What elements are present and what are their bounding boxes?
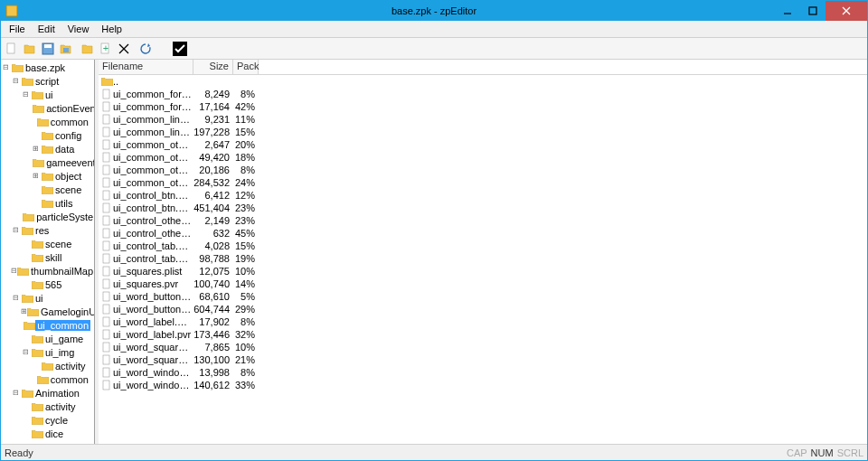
file-row[interactable]: ui_common_other444...284,53224% xyxy=(99,176,867,189)
tree-item[interactable]: ⊟ui xyxy=(1,291,94,305)
tree-item[interactable]: ·config xyxy=(1,128,94,142)
menu-view[interactable]: View xyxy=(61,22,96,36)
menu-file[interactable]: File xyxy=(3,22,32,36)
filename: ui_word_square.plist xyxy=(113,342,193,353)
collapse-icon[interactable]: ⊟ xyxy=(11,295,21,302)
filesize: 8,249 xyxy=(193,89,233,99)
tree-item[interactable]: ·scene xyxy=(1,183,94,196)
file-row[interactable]: ui_word_window.pvr140,61233% xyxy=(99,379,867,391)
collapse-icon[interactable]: ⊟ xyxy=(11,227,21,234)
titlebar[interactable]: base.zpk - zpEditor xyxy=(1,1,867,21)
up-dir-row[interactable]: .. xyxy=(99,75,867,88)
refresh-icon[interactable] xyxy=(137,40,155,58)
collapse-icon[interactable]: ⊟ xyxy=(11,390,21,397)
file-row[interactable]: ui_common_forgingvi...17,16442% xyxy=(99,100,867,113)
file-row[interactable]: ui_common_other444...20,1868% xyxy=(99,164,867,176)
menu-edit[interactable]: Edit xyxy=(32,22,61,36)
pack-pct: 8% xyxy=(233,165,259,175)
menu-help[interactable]: Help xyxy=(95,22,128,36)
file-icon xyxy=(99,380,113,390)
save-folder-icon[interactable] xyxy=(57,40,75,58)
file-row[interactable]: ui_squares.plist12,07510% xyxy=(99,265,867,278)
tree-item-label: object xyxy=(53,171,83,182)
collapse-icon[interactable]: ⊟ xyxy=(21,349,31,356)
collapse-icon[interactable]: ⊟ xyxy=(21,91,31,99)
file-row[interactable]: ui_common_forgingvi...8,2498% xyxy=(99,88,867,100)
tree-item[interactable]: ⊟thumbnailMap xyxy=(1,264,94,278)
collapse-icon[interactable]: ⊟ xyxy=(11,78,21,85)
tree-item[interactable]: ·skill xyxy=(1,250,94,264)
col-pack[interactable]: Pack xyxy=(233,60,259,74)
tree-item-label: res xyxy=(33,225,51,236)
close-button[interactable] xyxy=(826,1,867,21)
svg-rect-16 xyxy=(103,127,109,136)
tree-item[interactable]: ⊟script xyxy=(1,74,94,88)
folder-icon xyxy=(31,253,43,262)
filesize: 12,075 xyxy=(193,266,233,277)
tree-item[interactable]: ·actionEvent xyxy=(1,101,94,115)
file-row[interactable]: ui_control_btn.pvr451,40423% xyxy=(99,202,867,214)
tree-item[interactable]: ·dice xyxy=(1,427,94,440)
file-row[interactable]: ui_common_other.plist2,64720% xyxy=(99,138,867,151)
delete-icon[interactable] xyxy=(115,40,133,58)
tree-item[interactable]: ⊟ui_img xyxy=(1,345,94,359)
tree-item[interactable]: ⊟ui xyxy=(1,88,94,101)
collapse-icon[interactable]: ⊟ xyxy=(1,64,11,71)
tree-item[interactable]: ·ui_common xyxy=(1,318,94,332)
file-row[interactable]: ui_word_button.plist68,6105% xyxy=(99,290,867,303)
expand-icon[interactable]: ⊞ xyxy=(21,308,27,315)
folder-tree[interactable]: ⊟base.zpk⊟script⊟ui·actionEvent·common·c… xyxy=(1,60,95,444)
check-icon[interactable] xyxy=(173,42,187,56)
file-row[interactable]: ui_control_tab.pvr98,78819% xyxy=(99,252,867,265)
file-row[interactable]: ui_squares.pvr100,74014% xyxy=(99,278,867,290)
tree-item[interactable]: ·gameevent xyxy=(1,155,94,169)
tree-item[interactable]: ⊞GameloginUi xyxy=(1,305,94,318)
save-icon[interactable] xyxy=(39,40,57,58)
open-folder-icon[interactable] xyxy=(21,40,39,58)
file-row[interactable]: ui_word_button.pvr604,74429% xyxy=(99,303,867,315)
file-icon xyxy=(99,304,113,315)
file-row[interactable]: ui_common_line.pvr197,22815% xyxy=(99,126,867,138)
tree-item[interactable]: ·ui_game xyxy=(1,332,94,345)
expand-icon[interactable]: ⊞ xyxy=(31,173,41,180)
file-row[interactable]: ui_word_label.plist17,9028% xyxy=(99,315,867,328)
svg-text:+: + xyxy=(103,42,108,53)
new-file-icon[interactable] xyxy=(3,40,21,58)
file-row[interactable]: ui_control_other.plist2,14923% xyxy=(99,214,867,227)
file-row[interactable]: ui_word_label.pvr173,44632% xyxy=(99,328,867,341)
col-filename[interactable]: Filename xyxy=(99,60,193,74)
tree-item[interactable]: ⊟res xyxy=(1,223,94,237)
file-row[interactable]: ui_word_window.plist13,9988% xyxy=(99,366,867,379)
tree-item-label: common xyxy=(49,117,90,127)
file-row[interactable]: ui_control_tab.plist4,02815% xyxy=(99,240,867,252)
minimize-button[interactable] xyxy=(775,1,800,21)
tree-item[interactable]: ·activity xyxy=(1,400,94,413)
tree-item[interactable]: ⊞data xyxy=(1,142,94,155)
tree-item[interactable]: ·cycle xyxy=(1,413,94,427)
file-row[interactable]: ui_control_btn.plist6,41212% xyxy=(99,189,867,202)
tree-item[interactable]: ·common xyxy=(1,372,94,386)
add-folder-icon[interactable] xyxy=(79,40,97,58)
file-row[interactable]: ui_common_other.pvr49,42018% xyxy=(99,151,867,164)
tree-item[interactable]: ·common xyxy=(1,115,94,128)
filesize: 13,998 xyxy=(193,367,233,378)
file-row[interactable]: ui_word_square.plist7,86510% xyxy=(99,341,867,353)
file-row[interactable]: ui_control_other.pvr63245% xyxy=(99,227,867,240)
file-row[interactable]: ui_word_square.pvr130,10021% xyxy=(99,353,867,366)
expand-icon[interactable]: ⊞ xyxy=(31,146,41,153)
file-list[interactable]: Filename Size Pack ..ui_common_forgingvi… xyxy=(99,60,867,444)
tree-item[interactable]: ·565 xyxy=(1,278,94,291)
tree-item[interactable]: ⊞object xyxy=(1,169,94,183)
add-file-icon[interactable]: + xyxy=(97,40,115,58)
tree-item[interactable]: ⊟base.zpk xyxy=(1,61,94,74)
tree-item[interactable]: ·activity xyxy=(1,359,94,372)
folder-icon xyxy=(41,131,53,140)
tree-item[interactable]: ·scene xyxy=(1,237,94,250)
tree-item[interactable]: ·particleSystem xyxy=(1,210,94,223)
tree-item[interactable]: ·utils xyxy=(1,196,94,210)
collapse-icon[interactable]: ⊟ xyxy=(11,268,17,275)
file-row[interactable]: ui_common_line.plist9,23111% xyxy=(99,113,867,126)
tree-item[interactable]: ⊟Animation xyxy=(1,386,94,400)
col-size[interactable]: Size xyxy=(193,60,233,74)
maximize-button[interactable] xyxy=(800,1,826,21)
